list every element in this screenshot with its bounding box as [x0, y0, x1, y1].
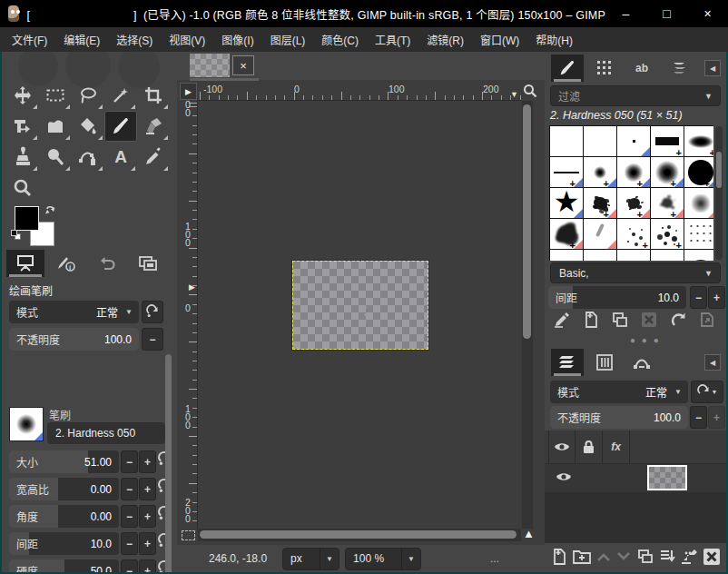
brush-item-19[interactable] [684, 219, 713, 249]
opacity-decrease-button[interactable]: − [142, 328, 163, 351]
layer-opacity-slider[interactable]: 不透明度 100.0 [550, 406, 688, 429]
layer-opacity-increase-button[interactable]: + [708, 406, 725, 429]
size-decrease-button[interactable]: − [121, 450, 138, 473]
tool-free-select-button[interactable] [72, 80, 104, 111]
brush-item-23[interactable] [651, 250, 684, 261]
angle-increase-button[interactable]: + [139, 505, 156, 528]
brush-item-0[interactable] [550, 126, 583, 156]
brush-item-1[interactable] [584, 126, 616, 156]
tool-text-button[interactable]: A [104, 142, 137, 173]
new-brush-button[interactable] [583, 312, 599, 331]
tool-options-vertical-scrollbar[interactable] [165, 354, 172, 572]
menu-item-1[interactable]: 编辑(E) [55, 28, 108, 51]
tool-clone-button[interactable] [6, 142, 39, 173]
tool-paths-button[interactable] [72, 142, 104, 173]
angle-slider[interactable]: 角度 0.00 [9, 505, 119, 528]
brush-item-18[interactable]: + [651, 219, 684, 249]
layer-visibility-eye-icon[interactable] [556, 471, 572, 485]
tab-paths[interactable] [625, 349, 658, 376]
edit-brush-button[interactable] [554, 312, 570, 331]
canvas-horizontal-scrollbar[interactable] [198, 529, 521, 541]
duplicate-brush-button[interactable] [612, 312, 628, 331]
brush-tag-dropdown[interactable]: Basic, ▼ [550, 262, 721, 283]
brush-grid-scrollbar[interactable] [715, 126, 723, 260]
brush-item-3[interactable]: + [651, 126, 684, 156]
tool-eraser-button[interactable] [137, 111, 170, 142]
tool-rectangle-select-button[interactable] [39, 80, 72, 111]
tool-crop-button[interactable] [137, 80, 170, 111]
size-increase-button[interactable]: + [139, 450, 156, 473]
hardness-increase-button[interactable]: + [139, 559, 156, 572]
menu-item-0[interactable]: 文件(F) [4, 28, 55, 51]
close-button[interactable]: × [687, 0, 728, 27]
menu-item-6[interactable]: 颜色(C) [313, 28, 367, 51]
brush-item-16[interactable] [584, 219, 616, 249]
tool-color-picker-button[interactable] [137, 142, 170, 173]
brush-item-12[interactable]: + [617, 188, 650, 218]
tool-warp-transform-button[interactable] [39, 111, 72, 142]
brush-item-8[interactable]: + [651, 157, 684, 187]
menu-item-9[interactable]: 窗口(W) [472, 28, 527, 51]
layer-thumbnail[interactable] [647, 465, 687, 490]
aspect-decrease-button[interactable]: − [121, 478, 138, 500]
tab-gradients[interactable] [663, 54, 695, 82]
dock-splitter-handle[interactable]: ● ● ● [630, 335, 661, 345]
tool-smudge-button[interactable] [39, 142, 72, 173]
foreground-color-swatch[interactable] [15, 206, 39, 231]
tool-move-button[interactable] [6, 80, 39, 111]
menu-item-7[interactable]: 工具(T) [367, 28, 418, 51]
layer-opacity-decrease-button[interactable]: − [690, 406, 707, 429]
aspect-increase-button[interactable]: + [139, 478, 156, 500]
duplicate-layer-button[interactable] [637, 549, 654, 567]
image-tab-close-button[interactable]: × [232, 55, 254, 75]
refresh-brushes-button[interactable] [670, 312, 686, 331]
unit-dropdown[interactable]: px ▼ [282, 548, 339, 570]
tab-tool-options[interactable] [6, 250, 44, 277]
vertical-ruler[interactable]: 00 100 0 100 200 ▶ [180, 101, 198, 529]
paint-mode-dropdown[interactable]: 模式 正常 ▼ [9, 301, 139, 323]
layer-mask-button[interactable] [681, 549, 698, 567]
brush-item-24[interactable] [684, 250, 713, 261]
brush-preview-thumbnail[interactable] [9, 407, 44, 441]
minimize-button[interactable]: – [605, 0, 646, 27]
menu-item-2[interactable]: 选择(S) [108, 28, 161, 51]
layer-mode-dropdown[interactable]: 模式 正常 ▼ [550, 381, 688, 403]
tab-fonts[interactable]: ab [625, 54, 658, 82]
opacity-slider[interactable]: 不透明度 100.0 [9, 328, 139, 351]
raise-layer-button[interactable] [596, 551, 611, 564]
brush-name-field[interactable]: 2. Hardness 050 [47, 422, 165, 444]
brush-item-2[interactable] [617, 126, 650, 156]
open-brush-location-button[interactable] [699, 312, 715, 331]
zoom-level-dropdown[interactable]: 100 % ▼ [345, 548, 421, 570]
default-colors-icon[interactable] [11, 230, 22, 241]
layer-row[interactable] [545, 464, 726, 492]
tab-undo-history[interactable] [88, 250, 126, 277]
image-canvas[interactable] [292, 261, 428, 350]
spacing-decrease-button[interactable]: − [121, 532, 138, 555]
tab-images[interactable] [129, 250, 167, 277]
zoom-when-resized-icon[interactable] [523, 84, 537, 101]
tab-layers[interactable] [551, 349, 584, 376]
visibility-column-eye-icon[interactable] [548, 430, 576, 463]
brush-item-17[interactable]: + [617, 219, 650, 249]
spacing-increase-button[interactable]: + [139, 532, 156, 555]
tool-transform-button[interactable] [6, 111, 39, 142]
tab-patterns[interactable] [588, 54, 621, 82]
tab-channels[interactable] [588, 349, 621, 376]
brush-item-4[interactable]: + [684, 126, 713, 156]
horizontal-ruler[interactable]: -100 0 100 200 ▼ [198, 83, 521, 101]
brush-item-5[interactable]: + [550, 157, 583, 187]
tool-paintbrush-button[interactable] [104, 111, 137, 142]
layer-mode-switch-button[interactable]: ▼ [691, 381, 723, 403]
swap-colors-icon[interactable] [44, 204, 58, 220]
angle-decrease-button[interactable]: − [121, 505, 138, 528]
brush-spacing-slider[interactable]: 间距 10.0 [548, 286, 686, 309]
brush-item-10[interactable]: ★ [550, 188, 583, 218]
brush-item-20[interactable] [550, 250, 583, 261]
navigation-preview-button[interactable]: ▲ [523, 527, 535, 540]
brush-item-9[interactable]: + [684, 157, 713, 187]
brushes-dock-collapse-icon[interactable]: ◀ [704, 60, 721, 76]
layers-dock-collapse-icon[interactable]: ◀ [704, 354, 721, 371]
size-slider[interactable]: 大小 51.00 [9, 450, 119, 473]
hardness-slider[interactable]: 硬度 50.0 [9, 559, 119, 572]
